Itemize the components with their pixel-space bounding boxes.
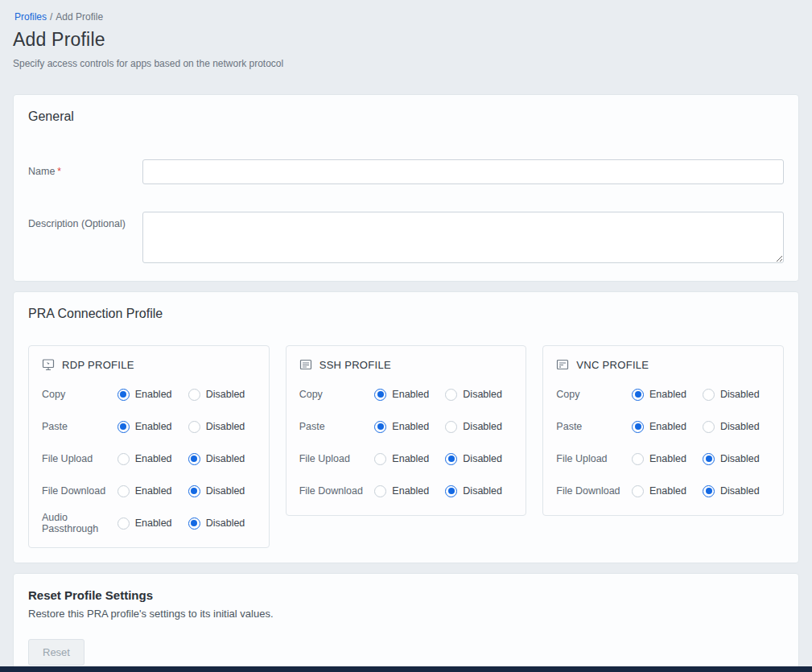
rdp-file-upload-enabled-radio[interactable]: Enabled: [117, 453, 188, 465]
radio-label: Disabled: [206, 517, 245, 529]
reset-profile-settings-card: Reset Profile Settings Restore this PRA …: [13, 573, 799, 672]
vnc-copy-enabled-radio[interactable]: Enabled: [632, 389, 703, 401]
page-title: Add Profile: [13, 29, 799, 51]
rdp-paste-enabled-radio[interactable]: Enabled: [117, 421, 188, 433]
reset-button[interactable]: Reset: [28, 639, 84, 666]
vnc-file-download-disabled-radio[interactable]: Disabled: [703, 485, 770, 497]
general-card: General Name* Description (Optional): [13, 94, 799, 282]
radio-label: Disabled: [206, 421, 245, 432]
radio-label: Enabled: [135, 453, 172, 464]
vnc-file-upload-enabled-radio[interactable]: Enabled: [632, 453, 703, 465]
vnc-row-file-download: File DownloadEnabledDisabled: [556, 475, 770, 507]
radio-circle: [374, 389, 386, 401]
radio-label: Enabled: [649, 485, 686, 497]
ssh-copy-disabled-radio[interactable]: Disabled: [445, 389, 513, 401]
radio-circle: [374, 421, 386, 433]
rdp-copy-enabled-radio[interactable]: Enabled: [117, 389, 188, 401]
setting-label: File Download: [299, 485, 375, 497]
name-label: Name*: [28, 159, 142, 184]
radio-circle: [445, 453, 457, 465]
radio-circle: [632, 421, 644, 433]
radio-label: Enabled: [392, 389, 429, 400]
setting-label: Copy: [299, 389, 375, 400]
ssh-file-upload-disabled-radio[interactable]: Disabled: [445, 453, 513, 465]
ssh-row-file-download: File DownloadEnabledDisabled: [299, 475, 513, 507]
radio-label: Enabled: [649, 421, 686, 432]
ssh-profile-card: SSH PROFILECopyEnabledDisabledPasteEnabl…: [286, 345, 527, 516]
ssh-copy-enabled-radio[interactable]: Enabled: [374, 389, 445, 401]
vnc-file-upload-disabled-radio[interactable]: Disabled: [703, 453, 770, 465]
rdp-file-download-enabled-radio[interactable]: Enabled: [117, 485, 188, 497]
radio-circle: [445, 421, 457, 433]
rdp-file-download-disabled-radio[interactable]: Disabled: [188, 485, 256, 497]
vnc-profile-header: VNC PROFILE: [556, 346, 770, 378]
setting-label: Paste: [556, 421, 632, 432]
vnc-file-download-enabled-radio[interactable]: Enabled: [632, 485, 703, 497]
ssh-profile-title: SSH PROFILE: [319, 359, 391, 371]
radio-label: Enabled: [135, 389, 172, 400]
ssh-file-upload-enabled-radio[interactable]: Enabled: [374, 453, 445, 465]
setting-label: Audio Passthrough: [42, 512, 117, 534]
setting-label: Paste: [42, 421, 117, 432]
vnc-row-file-upload: File UploadEnabledDisabled: [556, 443, 770, 475]
rdp-monitor-icon: [42, 358, 55, 371]
radio-label: Disabled: [720, 421, 760, 432]
rdp-copy-disabled-radio[interactable]: Disabled: [188, 389, 256, 401]
rdp-profile-title: RDP PROFILE: [62, 359, 134, 371]
reset-section-description: Restore this PRA profile's settings to i…: [28, 608, 784, 620]
ssh-file-download-enabled-radio[interactable]: Enabled: [374, 485, 445, 497]
setting-label: File Download: [42, 485, 117, 497]
ssh-paste-enabled-radio[interactable]: Enabled: [374, 421, 445, 433]
breadcrumb-separator: /: [50, 11, 52, 23]
radio-circle: [117, 389, 130, 401]
radio-label: Disabled: [720, 389, 760, 400]
radio-label: Disabled: [463, 453, 502, 464]
radio-circle: [188, 453, 200, 465]
description-textarea[interactable]: [142, 212, 784, 263]
radio-circle: [117, 421, 130, 433]
rdp-audio-passthrough-enabled-radio[interactable]: Enabled: [117, 517, 188, 530]
radio-circle: [117, 453, 130, 465]
radio-circle: [117, 517, 130, 530]
name-input[interactable]: [142, 159, 784, 184]
name-form-row: Name*: [28, 159, 784, 184]
vnc-row-copy: CopyEnabledDisabled: [556, 378, 770, 410]
reset-section-title: Reset Profile Settings: [28, 588, 784, 602]
ssh-file-download-disabled-radio[interactable]: Disabled: [445, 485, 513, 497]
radio-circle: [445, 485, 457, 497]
ssh-paste-disabled-radio[interactable]: Disabled: [445, 421, 513, 433]
ssh-row-paste: PasteEnabledDisabled: [299, 410, 513, 443]
vnc-paste-enabled-radio[interactable]: Enabled: [632, 421, 703, 433]
radio-label: Disabled: [463, 421, 502, 432]
pra-connection-profile-card: PRA Connection Profile RDP PROFILECopyEn…: [13, 291, 799, 563]
radio-circle: [188, 421, 200, 433]
setting-label: File Upload: [299, 453, 375, 464]
radio-circle: [188, 389, 200, 401]
radio-circle: [632, 485, 644, 497]
radio-circle: [374, 453, 386, 465]
rdp-row-file-upload: File UploadEnabledDisabled: [42, 443, 256, 475]
vnc-copy-disabled-radio[interactable]: Disabled: [703, 389, 770, 401]
setting-label: Copy: [42, 389, 117, 400]
breadcrumb-current: Add Profile: [56, 11, 103, 23]
radio-label: Disabled: [206, 389, 245, 400]
radio-circle: [703, 485, 715, 497]
vnc-profile-card: VNC PROFILECopyEnabledDisabledPasteEnabl…: [542, 345, 784, 516]
radio-circle: [632, 453, 644, 465]
radio-circle: [188, 517, 200, 530]
rdp-profile-card: RDP PROFILECopyEnabledDisabledPasteEnabl…: [28, 345, 270, 548]
rdp-file-upload-disabled-radio[interactable]: Disabled: [188, 453, 256, 465]
rdp-row-audio-passthrough: Audio PassthroughEnabledDisabled: [42, 507, 256, 539]
ssh-profile-header: SSH PROFILE: [299, 346, 513, 378]
rdp-paste-disabled-radio[interactable]: Disabled: [188, 421, 256, 433]
breadcrumb-profiles-link[interactable]: Profiles: [14, 11, 47, 23]
vnc-row-paste: PasteEnabledDisabled: [556, 410, 770, 443]
radio-circle: [188, 485, 200, 497]
vnc-paste-disabled-radio[interactable]: Disabled: [703, 421, 770, 433]
vnc-profile-title: VNC PROFILE: [576, 359, 649, 371]
rdp-audio-passthrough-disabled-radio[interactable]: Disabled: [188, 517, 256, 530]
page: Profiles/Add Profile Add Profile Specify…: [0, 0, 812, 672]
setting-label: File Download: [556, 485, 632, 497]
general-card-title: General: [28, 109, 784, 124]
radio-label: Enabled: [135, 485, 172, 497]
